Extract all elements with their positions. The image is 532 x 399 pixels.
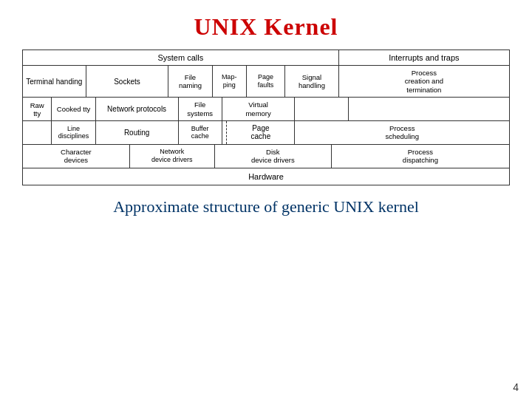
cell-divider xyxy=(222,121,228,144)
cell-interrupts: Interrupts and traps xyxy=(339,50,509,65)
row-hardware: Hardware xyxy=(23,168,509,185)
cell-netproto: Network protocols xyxy=(96,98,179,120)
cell-procsched: Process scheduling xyxy=(295,121,509,144)
cell-procdispatch: Process dispatching xyxy=(332,145,509,168)
cell-signal-r3 xyxy=(295,98,348,120)
cell-filesystems: File systems xyxy=(179,98,222,120)
cell-process-ct-r3 xyxy=(349,98,509,120)
cell-virtmem: Virtual memory xyxy=(222,98,296,120)
cell-sockets: Sockets xyxy=(86,66,169,97)
cell-buffercache: Buffer cache xyxy=(179,121,222,144)
cell-raw: Raw tty xyxy=(23,98,52,120)
row5: Character devices Network device drivers… xyxy=(23,145,509,168)
cell-cooked: Cooked tty xyxy=(52,98,95,120)
cell-diskdevdrv: Disk device drivers xyxy=(215,145,332,168)
cell-raw-r4 xyxy=(23,121,52,144)
row4: Line disciplines Routing Buffer cache Pa… xyxy=(23,121,509,145)
cell-mapping: Map- ping xyxy=(213,66,247,97)
cell-signal: Signal handling xyxy=(285,66,338,97)
cell-terminal: Terminal handing xyxy=(23,66,86,97)
cell-chardev: Character devices xyxy=(23,145,130,168)
cell-pagefaults: Page faults xyxy=(247,66,286,97)
cell-process-ct: Process creation and termination xyxy=(339,66,509,97)
subtitle: Approximate structure of generic UNIX ke… xyxy=(0,197,532,216)
page-number: 4 xyxy=(513,381,519,393)
row2: Terminal handing Sockets File naming Map… xyxy=(23,66,509,98)
page-title: UNIX Kernel xyxy=(0,0,532,50)
unix-kernel-diagram: System calls Interrupts and traps Termin… xyxy=(22,50,510,185)
cell-filenaming: File naming xyxy=(168,66,212,97)
cell-netdevdrv: Network device drivers xyxy=(130,145,215,168)
cell-syscalls: System calls xyxy=(23,50,339,65)
row3: Raw tty Cooked tty Network protocols Fil… xyxy=(23,98,509,121)
cell-linedisc: Line disciplines xyxy=(52,121,95,144)
cell-routing: Routing xyxy=(96,121,179,144)
row-top: System calls Interrupts and traps xyxy=(23,50,509,66)
cell-pagecache: Page cache xyxy=(227,121,295,144)
